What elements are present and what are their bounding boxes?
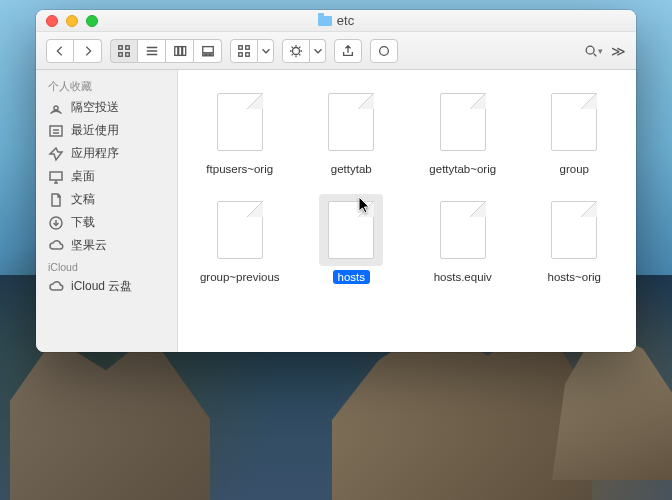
sidebar-item-recent[interactable]: 最近使用 xyxy=(36,119,177,142)
svg-point-18 xyxy=(54,106,58,110)
toolbar: ▾ ≫ xyxy=(36,32,636,70)
file-grid[interactable]: ftpusers~origgettytabgettytab~origgroupg… xyxy=(178,70,636,352)
view-gallery-button[interactable] xyxy=(194,39,222,63)
svg-rect-10 xyxy=(210,54,213,56)
view-switcher xyxy=(110,39,222,63)
svg-point-15 xyxy=(293,47,300,54)
view-icon-button[interactable] xyxy=(110,39,138,63)
file-label: gettytab~orig xyxy=(424,162,501,176)
action-button[interactable] xyxy=(282,39,326,63)
svg-rect-12 xyxy=(246,45,250,49)
file-label: hosts xyxy=(333,270,371,284)
file-item[interactable]: group~previous xyxy=(186,190,294,288)
window-title: etc xyxy=(337,13,354,28)
file-label: gettytab xyxy=(326,162,377,176)
sidebar-item-download[interactable]: 下载 xyxy=(36,211,177,234)
back-button[interactable] xyxy=(46,39,74,63)
file-item[interactable]: gettytab xyxy=(298,82,406,180)
finder-window: etc ▾ ≫ 个人收藏隔空投送最近使用应用程序桌面文稿下载坚果云iCloudi… xyxy=(36,10,636,352)
sidebar-item-label: iCloud 云盘 xyxy=(71,278,132,295)
file-item[interactable]: group xyxy=(521,82,629,180)
forward-button[interactable] xyxy=(74,39,102,63)
sidebar-item-label: 文稿 xyxy=(71,191,95,208)
document-icon xyxy=(328,201,374,259)
share-button[interactable] xyxy=(334,39,362,63)
svg-rect-14 xyxy=(246,52,250,56)
titlebar[interactable]: etc xyxy=(36,10,636,32)
document-icon xyxy=(217,201,263,259)
svg-point-16 xyxy=(380,46,389,55)
file-item[interactable]: hosts~orig xyxy=(521,190,629,288)
folder-icon xyxy=(318,16,332,26)
sidebar-section-header: iCloud xyxy=(36,257,177,275)
tags-button[interactable] xyxy=(370,39,398,63)
file-label: hosts~orig xyxy=(543,270,606,284)
svg-point-17 xyxy=(586,46,594,54)
sidebar-item-apps[interactable]: 应用程序 xyxy=(36,142,177,165)
zoom-button[interactable] xyxy=(86,15,98,27)
sidebar-item-desktop[interactable]: 桌面 xyxy=(36,165,177,188)
sidebar-item-cloud[interactable]: iCloud 云盘 xyxy=(36,275,177,298)
close-button[interactable] xyxy=(46,15,58,27)
document-icon xyxy=(551,93,597,151)
file-label: ftpusers~orig xyxy=(201,162,278,176)
document-icon xyxy=(440,201,486,259)
svg-rect-19 xyxy=(50,126,62,136)
svg-rect-7 xyxy=(202,46,213,52)
document-icon xyxy=(551,201,597,259)
sidebar-item-label: 应用程序 xyxy=(71,145,119,162)
sidebar-item-label: 最近使用 xyxy=(71,122,119,139)
svg-rect-5 xyxy=(178,46,181,55)
nav-buttons xyxy=(46,39,102,63)
file-label: group xyxy=(555,162,594,176)
sidebar-item-docs[interactable]: 文稿 xyxy=(36,188,177,211)
minimize-button[interactable] xyxy=(66,15,78,27)
document-icon xyxy=(440,93,486,151)
svg-rect-6 xyxy=(182,46,185,55)
svg-rect-13 xyxy=(239,52,243,56)
sidebar-item-label: 坚果云 xyxy=(71,237,107,254)
sidebar-item-label: 桌面 xyxy=(71,168,95,185)
view-list-button[interactable] xyxy=(138,39,166,63)
svg-rect-8 xyxy=(202,54,205,56)
document-icon xyxy=(217,93,263,151)
file-item[interactable]: gettytab~orig xyxy=(409,82,517,180)
svg-rect-9 xyxy=(206,54,209,56)
group-by-button[interactable] xyxy=(230,39,274,63)
overflow-button[interactable]: ≫ xyxy=(611,43,626,59)
file-label: hosts.equiv xyxy=(429,270,497,284)
svg-rect-2 xyxy=(119,52,123,56)
view-column-button[interactable] xyxy=(166,39,194,63)
file-item[interactable]: hosts.equiv xyxy=(409,190,517,288)
document-icon xyxy=(328,93,374,151)
sidebar: 个人收藏隔空投送最近使用应用程序桌面文稿下载坚果云iCloudiCloud 云盘 xyxy=(36,70,178,352)
svg-rect-0 xyxy=(119,45,123,49)
sidebar-item-label: 下载 xyxy=(71,214,95,231)
file-label: group~previous xyxy=(195,270,285,284)
sidebar-item-cloud[interactable]: 坚果云 xyxy=(36,234,177,257)
file-item[interactable]: hosts xyxy=(298,190,406,288)
svg-rect-20 xyxy=(50,172,62,180)
sidebar-section-header: 个人收藏 xyxy=(36,76,177,96)
svg-rect-1 xyxy=(126,45,130,49)
search-button[interactable]: ▾ xyxy=(583,39,603,63)
sidebar-item-airdrop[interactable]: 隔空投送 xyxy=(36,96,177,119)
file-item[interactable]: ftpusers~orig xyxy=(186,82,294,180)
sidebar-item-label: 隔空投送 xyxy=(71,99,119,116)
svg-rect-4 xyxy=(174,46,177,55)
svg-rect-3 xyxy=(126,52,130,56)
svg-rect-11 xyxy=(239,45,243,49)
